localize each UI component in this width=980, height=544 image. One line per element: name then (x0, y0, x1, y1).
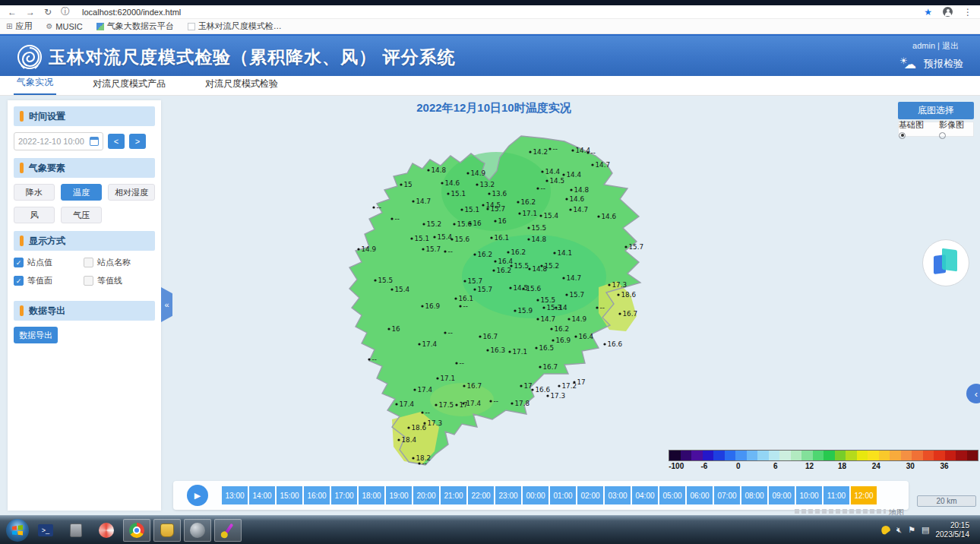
station-value: 17.8 (515, 400, 530, 407)
forecast-check-link[interactable]: ☀☁ 预报检验 (899, 57, 963, 71)
time-step-button[interactable]: 11:00 (824, 486, 849, 504)
element-temperature-button[interactable]: 温度 (61, 184, 102, 201)
time-step-button[interactable]: 14:00 (249, 486, 275, 504)
time-step-button[interactable]: 07:00 (714, 486, 740, 504)
forward-icon[interactable]: → (26, 7, 35, 17)
station-dot (390, 217, 393, 220)
legend-color-cell (824, 451, 835, 460)
bookmark-apps[interactable]: ⊞应用 (6, 21, 32, 32)
panel-collapse-handle[interactable]: « (161, 287, 172, 322)
station-value: 15.7 (570, 291, 585, 299)
bookmark-cloud-platform[interactable]: 气象大数据云平台 (96, 21, 174, 32)
prev-time-button[interactable]: < (108, 134, 125, 149)
checkbox-station-name[interactable]: 站点名称 (84, 257, 153, 268)
station-dot (539, 365, 541, 368)
back-icon[interactable]: ← (8, 7, 17, 17)
station-value: 15.4 (395, 286, 410, 293)
radio-image-map[interactable]: 影像图 (939, 119, 973, 140)
datetime-input[interactable]: 2022-12-10 10:00 (14, 132, 103, 150)
station-value: 14.6 (445, 179, 460, 187)
site-info-icon[interactable]: ⓘ (61, 5, 70, 18)
time-step-button[interactable]: 03:00 (605, 486, 631, 504)
action-center-flag-icon[interactable]: ⚑ (908, 525, 915, 535)
start-button[interactable] (6, 519, 29, 542)
station-dot (507, 251, 509, 253)
tab-weather-live[interactable]: 气象实况 (14, 72, 56, 95)
network-warning-icon[interactable]: ▤ (922, 525, 929, 535)
taskbar-db-tool[interactable] (153, 519, 181, 542)
time-step-button[interactable]: 12:00 (851, 486, 877, 504)
taskbar-server-app[interactable] (62, 519, 90, 542)
time-step-button[interactable]: 09:00 (769, 486, 795, 504)
legend-tick-label: 24 (872, 462, 880, 470)
station-value: -- (448, 248, 453, 255)
checkbox-station-value[interactable]: ✓站点值 (14, 257, 84, 268)
element-humidity-button[interactable]: 相对湿度 (108, 184, 155, 201)
element-wind-button[interactable]: 风 (14, 207, 55, 223)
legend-color-cell (779, 451, 791, 460)
taskbar-chrome[interactable] (123, 519, 150, 542)
element-pressure-button[interactable]: 气压 (61, 207, 102, 223)
tray-app-icon[interactable] (881, 526, 890, 535)
radio-base-map[interactable]: 基础图 (899, 119, 933, 140)
browser-menu-icon[interactable]: ⋮ (963, 7, 972, 17)
checkbox-isoline[interactable]: 等值线 (84, 275, 153, 286)
time-step-button[interactable]: 02:00 (577, 486, 603, 504)
time-step-button[interactable]: 15:00 (277, 486, 302, 504)
taskbar-powershell[interactable]: >_ (32, 519, 59, 542)
time-step-button[interactable]: 05:00 (659, 486, 685, 504)
station-dot (536, 318, 539, 320)
right-collapse-handle[interactable]: ‹ (966, 384, 980, 403)
time-step-button[interactable]: 17:00 (331, 486, 357, 504)
time-step-button[interactable]: 08:00 (741, 486, 767, 504)
station-dot (455, 362, 457, 364)
play-button[interactable]: ▶ (187, 485, 208, 506)
windows-taskbar: >_ 🔇︎ ⚑ ▤ 20:15 2023/5/14 (0, 515, 980, 544)
time-step-button[interactable]: 22:00 (468, 486, 494, 504)
main-content: 时间设置 2022-12-10 10:00 < > 气象要素 降水 温度 相对湿… (0, 96, 980, 515)
station-value: 14.8 (533, 265, 548, 273)
element-precip-button[interactable]: 降水 (14, 184, 55, 201)
time-step-button[interactable]: 20:00 (413, 486, 439, 504)
taskbar-globe-app[interactable] (184, 519, 211, 542)
reload-icon[interactable]: ↻ (44, 7, 52, 17)
station-value: 15.2 (427, 220, 442, 228)
time-step-button[interactable]: 06:00 (687, 486, 713, 504)
next-time-button[interactable]: > (129, 134, 146, 149)
time-step-button[interactable]: 10:00 (796, 486, 822, 504)
logout-link[interactable]: 退出 (942, 41, 959, 50)
time-step-button[interactable]: 01:00 (550, 486, 576, 504)
data-export-button[interactable]: 数据导出 (14, 327, 58, 343)
basemap-select-button[interactable]: 底图选择 (898, 102, 974, 119)
tencent-map-logo[interactable] (922, 239, 969, 286)
time-step-button[interactable]: 16:00 (304, 486, 330, 504)
time-step-button[interactable]: 00:00 (523, 486, 548, 504)
legend-color-cell (725, 451, 736, 460)
station-dot (410, 237, 413, 239)
taskbar-red-app[interactable] (93, 519, 120, 542)
time-step-button[interactable]: 23:00 (495, 486, 521, 504)
time-step-button[interactable]: 21:00 (441, 486, 466, 504)
time-step-button[interactable]: 18:00 (359, 486, 384, 504)
tab-model-products[interactable]: 对流尺度模式产品 (90, 74, 169, 95)
tab-model-verification[interactable]: 对流尺度模式检验 (202, 74, 281, 95)
bookmark-star-icon[interactable]: ★ (924, 7, 932, 17)
url-text[interactable]: localhost:62000/index.html (82, 8, 181, 17)
station-value: 17.4 (418, 386, 433, 394)
volume-muted-icon[interactable]: 🔇︎ (896, 525, 902, 535)
station-value: 16.7 (483, 333, 498, 340)
bookmark-yulin-system[interactable]: 玉林对流尺度模式检… (188, 21, 282, 32)
station-dot (421, 305, 423, 307)
legend-color-cell (879, 451, 890, 460)
taskbar-clock[interactable]: 20:15 2023/5/14 (936, 521, 975, 539)
station-value: 14.1 (558, 249, 573, 257)
profile-avatar[interactable] (943, 7, 953, 17)
station-value: 16.3 (491, 346, 506, 354)
checkbox-isosurface[interactable]: ✓等值面 (14, 275, 84, 286)
bookmark-music[interactable]: ⚙MUSIC (46, 22, 82, 31)
time-step-button[interactable]: 13:00 (222, 486, 248, 504)
taskbar-pen-app[interactable] (214, 519, 242, 542)
temperature-map[interactable]: 14.2--14.4--14.714.414.414.5--14.914.815… (348, 125, 697, 482)
time-step-button[interactable]: 19:00 (386, 486, 412, 504)
time-step-button[interactable]: 04:00 (632, 486, 658, 504)
